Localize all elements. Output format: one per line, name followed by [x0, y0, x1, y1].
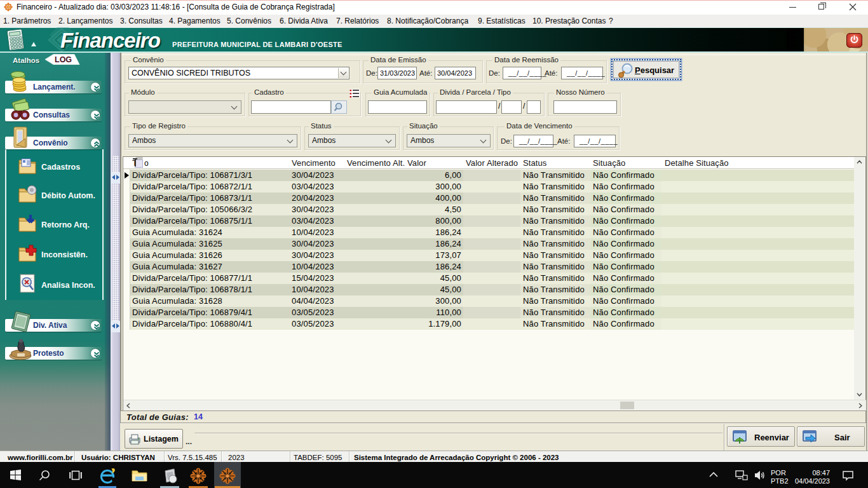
svg-text:LOG: LOG [55, 55, 72, 64]
